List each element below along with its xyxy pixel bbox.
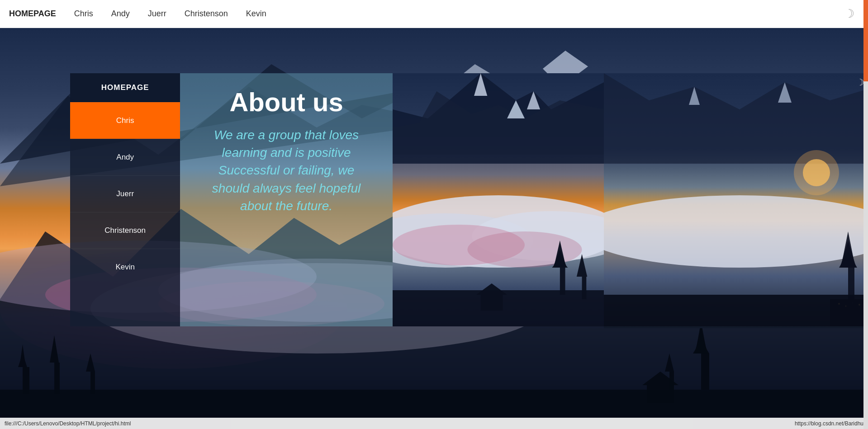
nav-homepage[interactable]: HOMEPAGE	[9, 9, 56, 19]
statusbar: file:///C:/Users/Lenovo/Desktop/HTML/pro…	[0, 418, 868, 429]
statusbar-url: https://blog.csdn.net/Baridhu	[795, 420, 863, 427]
nav-kevin[interactable]: Kevin	[246, 9, 266, 19]
navbar: HOMEPAGE Chris Andy Juerr Christenson Ke…	[0, 0, 868, 28]
svg-point-52	[604, 195, 868, 268]
photo-panel: ☽	[393, 73, 604, 326]
nav-christenson[interactable]: Christenson	[185, 9, 228, 19]
sidebar-item-andy[interactable]: Andy	[70, 139, 180, 175]
nav-chris[interactable]: Chris	[74, 9, 93, 19]
nav-juerr[interactable]: Juerr	[148, 9, 166, 19]
sidebar: HOMEPAGE Chris Andy Juerr Christenson Ke…	[70, 73, 180, 326]
about-title: About us	[229, 87, 343, 117]
about-text: We are a group that loves learning and i…	[198, 126, 374, 215]
photo-landscape	[393, 73, 604, 326]
svg-rect-42	[582, 277, 586, 299]
right-landscape	[604, 73, 868, 326]
statusbar-path: file:///C:/Users/Lenovo/Desktop/HTML/pro…	[5, 420, 131, 427]
nav-andy[interactable]: Andy	[111, 9, 130, 19]
svg-rect-38	[560, 268, 565, 295]
sidebar-item-chris[interactable]: Chris	[70, 102, 180, 139]
svg-rect-63	[604, 295, 868, 326]
about-panel: About us We are a group that loves learn…	[180, 73, 392, 326]
dark-mode-toggle[interactable]: ☽	[844, 7, 854, 21]
right-extension: ☽	[604, 73, 868, 328]
svg-point-51	[794, 150, 839, 195]
sidebar-item-juerr[interactable]: Juerr	[70, 175, 180, 212]
scrollbar[interactable]	[863, 0, 868, 429]
sidebar-item-christenson[interactable]: Christenson	[70, 212, 180, 249]
svg-rect-44	[480, 295, 503, 311]
sidebar-item-kevin[interactable]: Kevin	[70, 249, 180, 285]
main-content: HOMEPAGE Chris Andy Juerr Christenson Ke…	[0, 28, 868, 418]
scrollbar-thumb[interactable]	[863, 0, 868, 81]
sidebar-homepage[interactable]: HOMEPAGE	[70, 73, 180, 102]
